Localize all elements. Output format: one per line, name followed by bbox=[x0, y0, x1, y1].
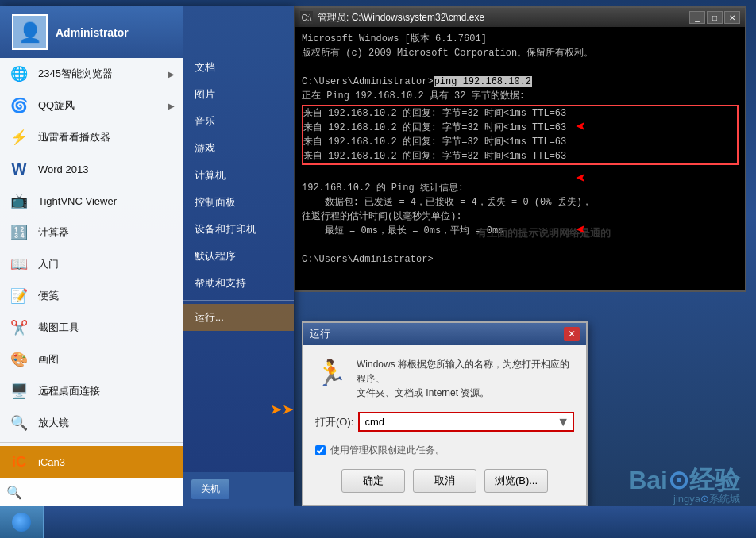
run-dropdown-button[interactable]: ▼ bbox=[554, 415, 573, 429]
menu-item-ican3[interactable]: iC iCan3 bbox=[0, 446, 183, 478]
right-menu-defaults[interactable]: 默认程序 bbox=[183, 243, 294, 270]
qq-icon: 🌀 bbox=[8, 94, 30, 117]
menu-item-snipping[interactable]: ✂️ 截图工具 bbox=[0, 312, 183, 344]
run-cancel-button[interactable]: 取消 bbox=[413, 469, 476, 493]
start-bottom: 关机 bbox=[183, 472, 294, 506]
menu-item-magnifier[interactable]: 🔍 放大镜 bbox=[0, 407, 183, 439]
cmd-line-2: 版权所有 (c) 2009 Microsoft Corporation。保留所有… bbox=[302, 46, 739, 60]
cmd-line-ping-cmd: C:\Users\Administrator>ping 192.168.10.2 bbox=[302, 75, 739, 89]
search-icon: 🔍 bbox=[6, 485, 22, 500]
cmd-blank-1 bbox=[302, 60, 739, 75]
menu-item-intro[interactable]: 📖 入门 bbox=[0, 248, 183, 280]
run-ok-button[interactable]: 确定 bbox=[341, 469, 405, 493]
right-menu-devices[interactable]: 设备和打印机 bbox=[183, 216, 294, 243]
right-menu-run[interactable]: 运行... bbox=[183, 304, 294, 331]
cmd-line-1: Microsoft Windows [版本 6.1.7601] bbox=[302, 32, 739, 46]
right-divider bbox=[183, 300, 294, 301]
cmd-blank-2 bbox=[302, 167, 739, 181]
run-dialog: 运行 ✕ 🏃 Windows 将根据您所输入的名称，为您打开相应的程序、 文件夹… bbox=[302, 321, 588, 506]
menu-item-paint[interactable]: 🎨 画图 bbox=[0, 344, 183, 375]
ping-result-1: 来自 192.168.10.2 的回复: 字节=32 时间<1ms TTL=63 bbox=[303, 106, 737, 121]
start-orb-icon bbox=[12, 513, 31, 532]
red-arrow-3: ➤ bbox=[576, 222, 586, 237]
cmd-stats-packets: 数据包: 已发送 = 4，已接收 = 4，丢失 = 0 (0% 丢失)， bbox=[302, 195, 739, 209]
start-user-area: 👤 Administrator bbox=[0, 6, 183, 58]
cmd-stats-timing: 往返行程的估计时间(以毫秒为单位): bbox=[302, 209, 739, 224]
run-dialog-titlebar: 运行 ✕ bbox=[303, 323, 586, 345]
run-input-wrapper: ▼ bbox=[358, 412, 574, 432]
run-dialog-description: Windows 将根据您所输入的名称，为您打开相应的程序、 文件夹、文档或 In… bbox=[357, 357, 574, 400]
cmd-content: Microsoft Windows [版本 6.1.7601] 版权所有 (c)… bbox=[295, 27, 745, 290]
taskbar bbox=[0, 506, 756, 538]
cmd-titlebar: C:\ 管理员: C:\Windows\system32\cmd.exe _ □… bbox=[295, 8, 745, 27]
magnifier-icon: 🔍 bbox=[8, 412, 30, 434]
menu-item-calculator[interactable]: 🔢 计算器 bbox=[0, 217, 183, 248]
cmd-app-icon: C:\ bbox=[300, 11, 313, 24]
right-menu-control-panel[interactable]: 控制面板 bbox=[183, 189, 294, 216]
cmd-line-ping-start: 正在 Ping 192.168.10.2 具有 32 字节的数据: bbox=[302, 89, 739, 103]
right-menu-games[interactable]: 游戏 bbox=[183, 135, 294, 162]
right-menu-music[interactable]: 音乐 bbox=[183, 108, 294, 135]
start-menu-right-panel: 文档 图片 音乐 游戏 计算机 控制面板 设备和打印机 默认程序 帮助和支持 运… bbox=[183, 6, 294, 506]
calc-icon: 🔢 bbox=[8, 221, 30, 244]
xunlei-icon: ⚡ bbox=[8, 126, 30, 148]
word-icon: W bbox=[8, 158, 30, 180]
start-search-area: 🔍 bbox=[0, 478, 183, 506]
right-menu-computer[interactable]: 计算机 bbox=[183, 162, 294, 189]
ping-result-4: 来自 192.168.10.2 的回复: 字节=32 时间<1ms TTL=63 bbox=[303, 149, 737, 163]
menu-item-rdp[interactable]: 🖥️ 远程桌面连接 bbox=[0, 375, 183, 407]
ican3-icon: iC bbox=[8, 451, 30, 473]
watermark-sub: jingya⊙系统城 bbox=[673, 492, 740, 506]
sticky-icon: 📝 bbox=[8, 285, 30, 307]
run-dialog-header: 🏃 Windows 将根据您所输入的名称，为您打开相应的程序、 文件夹、文档或 … bbox=[315, 357, 574, 400]
intro-icon: 📖 bbox=[8, 253, 30, 275]
start-menu: 👤 Administrator 🌐 2345智能浏览器 ▶ 🌀 QQ旋风 ▶ ⚡… bbox=[0, 6, 294, 506]
cmd-window-controls: _ □ ✕ bbox=[689, 11, 740, 24]
cmd-title: 管理员: C:\Windows\system32\cmd.exe bbox=[318, 11, 484, 25]
menu-item-qqfeng[interactable]: 🌀 QQ旋风 ▶ bbox=[0, 90, 183, 121]
cmd-prompt-end: C:\Users\Administrator> bbox=[302, 252, 739, 267]
run-browse-button[interactable]: 浏览(B)... bbox=[484, 469, 548, 493]
start-menu-left-panel: 👤 Administrator 🌐 2345智能浏览器 ▶ 🌀 QQ旋风 ▶ ⚡… bbox=[0, 6, 183, 506]
cmd-minimize-button[interactable]: _ bbox=[689, 11, 705, 24]
menu-item-tightvnc[interactable]: 📺 TightVNC Viewer bbox=[0, 185, 183, 217]
start-button[interactable] bbox=[0, 506, 44, 538]
right-menu-pictures[interactable]: 图片 bbox=[183, 81, 294, 108]
red-arrow-1: ➤ bbox=[576, 119, 586, 134]
menu-item-word[interactable]: W Word 2013 bbox=[0, 153, 183, 185]
red-arrow-2: ➤ bbox=[576, 171, 586, 186]
run-dialog-close-button[interactable]: ✕ bbox=[564, 327, 580, 341]
ping-result-2: 来自 192.168.10.2 的回复: 字节=32 时间<1ms TTL=63 bbox=[303, 121, 737, 135]
cmd-window: C:\ 管理员: C:\Windows\system32\cmd.exe _ □… bbox=[294, 6, 746, 292]
snipping-icon: ✂️ bbox=[8, 317, 30, 339]
menu-item-sticky[interactable]: 📝 便笺 bbox=[0, 280, 183, 312]
run-open-label: 打开(O): bbox=[315, 415, 353, 429]
cmd-close-button[interactable]: ✕ bbox=[724, 11, 740, 24]
menu-divider bbox=[0, 442, 183, 443]
right-menu-help[interactable]: 帮助和支持 bbox=[183, 270, 294, 297]
right-menu-documents[interactable]: 文档 bbox=[183, 54, 294, 81]
menu-item-xunlei[interactable]: ⚡ 迅雷看看播放器 bbox=[0, 121, 183, 153]
cmd-restore-button[interactable]: □ bbox=[707, 11, 723, 24]
run-dialog-buttons: 确定 取消 浏览(B)... bbox=[315, 469, 574, 493]
shutdown-button[interactable]: 关机 bbox=[191, 478, 230, 500]
menu-item-browser[interactable]: 🌐 2345智能浏览器 ▶ bbox=[0, 58, 183, 90]
run-checkbox-label: 使用管理权限创建此任务。 bbox=[330, 444, 445, 457]
paint-icon: 🎨 bbox=[8, 348, 30, 371]
ping-results-box: 来自 192.168.10.2 的回复: 字节=32 时间<1ms TTL=63… bbox=[302, 105, 739, 165]
annotation-text: 有上面的提示说明网络是通的 bbox=[476, 226, 611, 240]
run-input-row: 打开(O): ▼ bbox=[315, 412, 574, 432]
run-admin-checkbox[interactable] bbox=[315, 445, 326, 455]
run-dialog-icon: 🏃 bbox=[315, 357, 347, 389]
cmd-stats-header: 192.168.10.2 的 Ping 统计信息: bbox=[302, 181, 739, 195]
browser-icon: 🌐 bbox=[8, 63, 30, 85]
run-dialog-content: 🏃 Windows 将根据您所输入的名称，为您打开相应的程序、 文件夹、文档或 … bbox=[303, 345, 586, 505]
run-checkbox-row: 使用管理权限创建此任务。 bbox=[315, 444, 574, 457]
vnc-icon: 📺 bbox=[8, 190, 30, 212]
run-command-input[interactable] bbox=[360, 413, 554, 430]
user-name: Administrator bbox=[56, 26, 129, 39]
start-search-input[interactable] bbox=[27, 486, 176, 498]
user-avatar: 👤 bbox=[12, 14, 48, 50]
start-menu-items: 🌐 2345智能浏览器 ▶ 🌀 QQ旋风 ▶ ⚡ 迅雷看看播放器 W Word … bbox=[0, 58, 183, 478]
run-menu-arrow: ➤➤ bbox=[270, 401, 294, 418]
